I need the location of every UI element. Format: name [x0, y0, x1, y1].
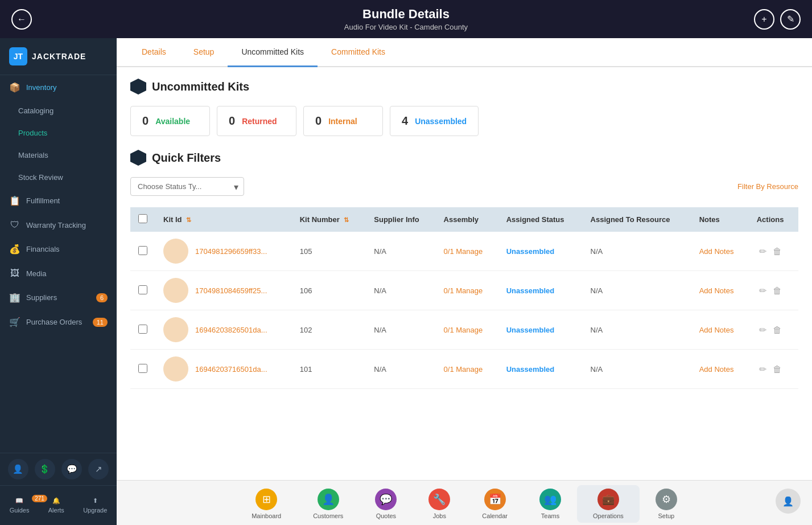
row-3-checkbox[interactable] [138, 325, 147, 334]
status-card-internal[interactable]: 0 Internal [303, 106, 383, 136]
row-4-kit-id[interactable]: 16946203716501da... [195, 365, 267, 374]
sidebar-item-suppliers[interactable]: 🏢 Suppliers 6 [0, 285, 117, 310]
status-card-unassembled[interactable]: 4 Unassembled [390, 106, 479, 136]
quick-filters-row: Choose Status Ty... Filter By Resource [130, 177, 798, 196]
status-card-available[interactable]: 0 Available [130, 106, 210, 136]
row-3-delete-btn[interactable]: 🗑 [770, 323, 784, 338]
row-1-supplier-info: N/A [366, 232, 435, 271]
bottom-nav-calendar[interactable]: 📅 Calendar [466, 485, 524, 523]
row-4-notes[interactable]: Add Notes [699, 365, 734, 374]
kit-number-sort-icon[interactable]: ⇅ [344, 216, 349, 223]
row-4-edit-btn[interactable]: ✏ [757, 362, 769, 377]
kit-id-sort-icon[interactable]: ⇅ [186, 216, 191, 223]
sidebar-item-warranty-tracking[interactable]: 🛡 Warranty Tracking [0, 213, 117, 237]
filter-by-resource-btn[interactable]: Filter By Resource [737, 182, 798, 191]
row-2-assembly[interactable]: 0/1 Manage [444, 286, 483, 295]
suppliers-badge: 6 [96, 293, 108, 302]
row-4-assembly[interactable]: 0/1 Manage [444, 365, 483, 374]
row-1-assigned-status: Unassembled [506, 247, 555, 256]
table-header: Kit Id ⇅ Kit Number ⇅ Supplier Info Asse… [130, 207, 798, 232]
row-1-delete-btn[interactable]: 🗑 [770, 244, 784, 259]
row-3-kit-id[interactable]: 16946203826501da... [195, 326, 267, 334]
status-card-returned[interactable]: 0 Returned [217, 106, 296, 136]
alerts-icon: 🔔 [52, 497, 60, 505]
bottom-nav-setup[interactable]: ⚙ Setup [640, 485, 693, 523]
row-4-assigned-status: Unassembled [506, 365, 555, 374]
dollar-icon-btn[interactable]: 💲 [35, 459, 55, 479]
calendar-icon: 📅 [484, 489, 506, 510]
row-3-assembly[interactable]: 0/1 Manage [444, 326, 483, 334]
row-2-notes[interactable]: Add Notes [699, 286, 734, 295]
tab-committed-kits[interactable]: Committed Kits [318, 38, 399, 67]
sidebar-item-purchase-orders[interactable]: 🛒 Purchase Orders 11 [0, 310, 117, 334]
unassembled-count: 4 [402, 114, 408, 128]
sidebar-item-media[interactable]: 🖼 Media [0, 261, 117, 285]
row-1-kit-id[interactable]: 1704981296659ff33... [195, 247, 267, 256]
row-4-supplier-info: N/A [366, 350, 435, 389]
add-button[interactable]: + [754, 9, 774, 30]
status-type-select[interactable]: Choose Status Ty... [130, 177, 244, 196]
user-icon-btn[interactable]: 👤 [8, 459, 28, 479]
row-3-notes[interactable]: Add Notes [699, 326, 734, 334]
sidebar-item-products[interactable]: Products [0, 122, 117, 144]
col-kit-number: Kit Number ⇅ [292, 207, 366, 232]
row-1-notes[interactable]: Add Notes [699, 247, 734, 256]
col-checkbox [130, 207, 155, 232]
sidebar-item-stock-review[interactable]: Stock Review [0, 166, 117, 188]
tab-uncommitted-kits[interactable]: Uncommitted Kits [228, 38, 318, 67]
sidebar-item-financials[interactable]: 💰 Financials [0, 237, 117, 261]
row-1-assembly[interactable]: 0/1 Manage [444, 247, 483, 256]
sidebar-upgrade[interactable]: ⬆ Upgrade [83, 493, 107, 518]
row-4-checkbox[interactable] [138, 364, 147, 373]
row-3-kit-number: 102 [292, 310, 366, 350]
sidebar-item-inventory[interactable]: 📦 Inventory [0, 75, 117, 100]
chat-icon-btn[interactable]: 💬 [61, 459, 82, 479]
row-2-edit-btn[interactable]: ✏ [757, 283, 769, 298]
sidebar: JT JACKTRADE 📦 Inventory Cataloging Prod… [0, 38, 117, 525]
bottom-nav-customers[interactable]: 👤 Customers [297, 485, 359, 523]
user-avatar[interactable]: 👤 [776, 489, 801, 514]
row-2-delete-btn[interactable]: 🗑 [770, 284, 784, 298]
purchase-orders-badge: 11 [93, 318, 108, 327]
sidebar-item-fulfillment[interactable]: 📋 Fulfillment [0, 188, 117, 213]
logo-text: JACKTRADE [32, 52, 86, 61]
row-2-kit-number: 106 [292, 271, 366, 310]
row-1-checkbox[interactable] [138, 246, 147, 255]
bottom-nav-teams[interactable]: 👥 Teams [524, 485, 577, 523]
suppliers-icon: 🏢 [9, 292, 20, 303]
page-subtitle: Audio For Video Kit - Camden County [34, 23, 778, 31]
top-header: ← Bundle Details Audio For Video Kit - C… [0, 0, 812, 38]
bottom-nav-jobs[interactable]: 🔧 Jobs [413, 485, 466, 523]
col-assigned-to-resource: Assigned To Resource [583, 207, 691, 232]
edit-button[interactable]: ✎ [780, 9, 801, 30]
sidebar-item-materials[interactable]: Materials [0, 144, 117, 166]
section-title: Uncommitted Kits [152, 80, 249, 93]
share-icon-btn[interactable]: ↗ [88, 459, 109, 479]
media-icon: 🖼 [9, 268, 20, 278]
returned-label: Returned [242, 117, 277, 126]
row-3-avatar [163, 317, 188, 342]
bottom-nav-operations[interactable]: 💼 Operations [577, 485, 640, 523]
tab-bar: Details Setup Uncommitted Kits Committed… [117, 38, 812, 67]
row-4-delete-btn[interactable]: 🗑 [770, 362, 784, 377]
quick-filters-header: Quick Filters [130, 150, 798, 166]
row-3-edit-btn[interactable]: ✏ [757, 322, 769, 338]
row-4-kit-number: 101 [292, 350, 366, 389]
quick-filters-title: Quick Filters [152, 151, 221, 165]
sidebar-guides[interactable]: 📖 Guides [10, 493, 30, 518]
purchase-orders-icon: 🛒 [9, 317, 20, 327]
row-1-edit-btn[interactable]: ✏ [757, 244, 769, 259]
sidebar-item-cataloging[interactable]: Cataloging [0, 100, 117, 122]
tab-details[interactable]: Details [128, 38, 180, 67]
tab-setup[interactable]: Setup [180, 38, 228, 67]
internal-label: Internal [328, 117, 357, 126]
table-row: 1704981084659ff25... 106 N/A 0/1 Manage … [130, 271, 798, 310]
row-3-assigned-status: Unassembled [506, 326, 555, 334]
select-all-checkbox[interactable] [138, 214, 147, 223]
bottom-nav-quotes[interactable]: 💬 Quotes [359, 485, 413, 523]
row-2-checkbox[interactable] [138, 285, 147, 294]
sidebar-alerts[interactable]: 271 🔔 Alerts [48, 493, 64, 518]
bottom-nav-mainboard[interactable]: ⊞ Mainboard [236, 485, 297, 523]
row-2-kit-id[interactable]: 1704981084659ff25... [195, 286, 267, 295]
back-button[interactable]: ← [11, 9, 32, 30]
